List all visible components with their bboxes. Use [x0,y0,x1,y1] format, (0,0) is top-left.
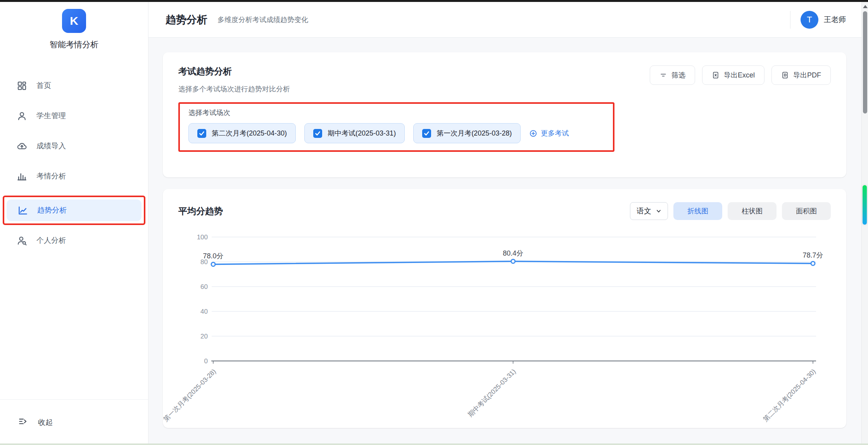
chart-type-chip-bar[interactable]: 柱状图 [728,202,777,220]
scrollbar-thumb[interactable] [863,11,867,113]
header-divider [790,11,790,29]
sidebar-collapse-button[interactable]: 收起 [0,399,148,445]
collapse-label: 收起 [38,418,53,428]
sidebar-item-home[interactable]: 首页 [6,75,142,96]
plus-circle-icon [529,129,537,137]
sidebar-item-label: 首页 [36,81,51,91]
chart-type-chip-area[interactable]: 面积图 [782,202,831,220]
chart-controls: 语文 折线图柱状图面积图 [630,202,831,220]
svg-text:80.4分: 80.4分 [503,249,523,257]
app-logo: K [62,9,86,33]
sidebar-item-trend-analysis[interactable]: 趋势分析 [7,199,142,221]
svg-text:第一次月考(2025-03-28): 第一次月考(2025-03-28) [163,368,217,423]
average-score-chart-card: 平均分趋势 语文 折线图柱状图面积图 020406080100第一次月考(202… [163,189,846,428]
excel-file-icon [712,71,720,79]
person-search-icon [17,235,27,246]
svg-text:78.0分: 78.0分 [203,252,223,260]
sidebar-item-exam-analysis[interactable]: 考情分析 [6,165,142,187]
annotation-box-active-nav: 趋势分析 [3,196,145,225]
exam-select-label: 选择考试场次 [188,108,604,117]
svg-text:20: 20 [200,333,208,340]
export-excel-button[interactable]: 导出Excel [702,65,764,85]
exam-checkbox-pill[interactable]: 第一次月考(2025-03-28) [413,123,521,143]
sidebar-item-score-import[interactable]: 成绩导入 [6,135,142,157]
exam-pill-row: 第二次月考(2025-04-30)期中考试(2025-03-31)第一次月考(2… [188,123,604,143]
exam-pill-label: 第一次月考(2025-03-28) [437,129,512,138]
scroll-up-arrow[interactable] [863,5,868,8]
exam-pill-label: 期中考试(2025-03-31) [328,129,396,138]
chart-type-chip-line[interactable]: 折线图 [673,202,722,220]
window-bottom-edge [0,443,868,445]
exam-trend-card: 考试趋势分析 选择多个考试场次进行趋势对比分析 筛选 [163,52,846,177]
sidebar-item-personal[interactable]: 个人分析 [6,230,142,251]
sidebar-item-label: 趋势分析 [37,205,67,215]
sidebar: K 智能考情分析 首页学生管理成绩导入考情分析趋势分析个人分析 收起 [0,2,148,445]
student-icon [17,111,27,121]
filter-button[interactable]: 筛选 [650,65,695,85]
window-top-edge [0,0,868,2]
trend-card-title: 考试趋势分析 [178,65,290,77]
checkbox-checked-icon[interactable] [197,129,206,138]
svg-text:40: 40 [200,308,208,315]
exam-checkbox-pill[interactable]: 第二次月考(2025-04-30) [188,123,296,143]
pdf-file-icon [781,71,789,79]
svg-text:期中考试(2025-03-31): 期中考试(2025-03-31) [466,368,517,418]
bar-chart-icon [17,171,27,182]
exam-pill-label: 第二次月考(2025-04-30) [212,129,287,138]
svg-text:60: 60 [200,283,208,290]
collapse-sidebar-icon [18,416,28,428]
trend-line-chart: 020406080100第一次月考(2025-03-28)期中考试(2025-0… [178,225,845,414]
trend-card-subtitle: 选择多个考试场次进行趋势对比分析 [178,84,290,94]
svg-text:0: 0 [204,357,208,365]
line-chart-icon [17,205,28,216]
sidebar-item-label: 成绩导入 [36,141,66,151]
dashboard-icon [17,81,27,91]
app-title: 智能考情分析 [0,39,148,50]
sidebar-item-students[interactable]: 学生管理 [6,105,142,127]
page-subtitle: 多维度分析考试成绩趋势变化 [217,15,308,24]
chart-card-title: 平均分趋势 [178,205,223,217]
upload-cloud-icon [17,141,27,151]
user-name: 王老师 [824,15,846,25]
page-header: 趋势分析 多维度分析考试成绩趋势变化 T 王老师 [148,2,861,38]
sidebar-nav: 首页学生管理成绩导入考情分析趋势分析个人分析 [0,75,148,251]
more-exams-link[interactable]: 更多考试 [529,129,569,138]
trend-chart-area: 020406080100第一次月考(2025-03-28)期中考试(2025-0… [178,225,831,414]
svg-text:第二次月考(2025-04-30): 第二次月考(2025-04-30) [762,368,817,423]
chevron-down-icon [656,208,661,214]
exam-checkbox-pill[interactable]: 期中考试(2025-03-31) [304,123,405,143]
toolbar: 筛选 导出Excel 导出PDF [650,65,831,85]
user-avatar[interactable]: T [801,11,818,29]
sidebar-item-label: 个人分析 [36,235,66,246]
subject-select[interactable]: 语文 [630,202,668,220]
main-area: 趋势分析 多维度分析考试成绩趋势变化 T 王老师 考试趋势分析 选择多个考试场次… [148,2,861,445]
header-user-area: T 王老师 [790,11,846,29]
page-title: 趋势分析 [166,13,207,27]
svg-text:100: 100 [197,234,208,241]
scroll-gradient-marker [863,185,867,225]
checkbox-checked-icon[interactable] [422,129,431,138]
annotation-box-exam-selection: 选择考试场次 第二次月考(2025-04-30)期中考试(2025-03-31)… [178,102,614,152]
sidebar-item-label: 学生管理 [36,111,66,121]
checkbox-checked-icon[interactable] [313,129,322,138]
sidebar-item-label: 考情分析 [36,171,66,181]
content-area: 考试趋势分析 选择多个考试场次进行趋势对比分析 筛选 [148,38,861,445]
filter-icon [659,71,667,79]
svg-text:78.7分: 78.7分 [802,251,823,259]
export-pdf-button[interactable]: 导出PDF [771,65,831,85]
chart-type-switch: 折线图柱状图面积图 [673,202,831,220]
